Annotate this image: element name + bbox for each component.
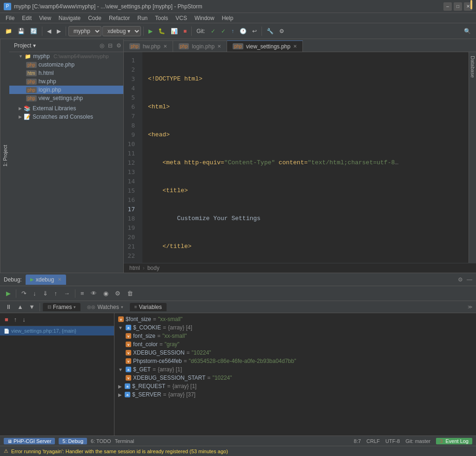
status-server[interactable]: 🖥 PHP-CGI Server <box>4 438 55 444</box>
toolbar-search-button[interactable]: 🔍 <box>462 25 473 37</box>
debug-trash[interactable]: 🗑 <box>125 288 135 298</box>
tab-hwphp[interactable]: php hw.php ✕ <box>124 40 173 52</box>
debug-stop-btn[interactable]: ■ <box>3 315 10 324</box>
tab-viewsettings-close[interactable]: ✕ <box>293 44 297 49</box>
var-request[interactable]: ▶ a $_REQUEST = {array} [1] <box>114 382 476 390</box>
status-terminal[interactable]: Terminal <box>115 438 134 444</box>
debug-up-btn[interactable]: ▲ <box>15 302 25 311</box>
debug-pause-btn[interactable]: ⏸ <box>4 302 13 311</box>
var-cookie-xdebug[interactable]: v XDEBUG_SESSION = "10224" <box>114 349 476 357</box>
toolbar-xdebug-select[interactable]: xdebug ▾ <box>102 26 141 36</box>
code-content[interactable]: <!DOCTYPE html> <html> <head> <meta http… <box>142 52 469 263</box>
tab-hwphp-close[interactable]: ✕ <box>163 44 167 49</box>
debug-tab-close[interactable]: ✕ <box>58 277 61 282</box>
toolbar-run-button[interactable]: ▶ <box>146 25 155 37</box>
tab-loginphp[interactable]: php login.php ✕ <box>173 40 227 52</box>
debug-settings[interactable]: ⚙ <box>113 288 123 298</box>
toolbar-sync-button[interactable]: 🔄 <box>28 25 40 37</box>
tree-hwphp-label: hw.php <box>39 78 56 85</box>
debug-run-cursor[interactable]: → <box>61 288 72 298</box>
tree-locate-icon[interactable]: ◎ <box>98 40 106 51</box>
var-get[interactable]: ▼ a $_GET = {array} [1] <box>114 365 476 374</box>
menu-vcs[interactable]: VCS <box>172 14 191 22</box>
toolbar-settings-button[interactable]: ⚙ <box>277 25 287 37</box>
debug-step-into[interactable]: ↓ <box>31 288 39 298</box>
menu-tools[interactable]: Tools <box>151 14 172 22</box>
debug-step-out[interactable]: ↑ <box>52 288 60 298</box>
frame-item-main[interactable]: 📄 view_settings.php:17, {main} <box>0 326 114 335</box>
tab-viewsettings[interactable]: php view_settings.php ✕ <box>227 40 303 52</box>
subtab-frames-label: Frames <box>53 304 72 310</box>
menu-refactor[interactable]: Refactor <box>105 14 134 22</box>
subtab-variables[interactable]: ≡ Variables <box>130 303 167 311</box>
debug-watch[interactable]: 👁 <box>88 288 99 298</box>
debug-evaluate[interactable]: ≡ <box>78 288 87 298</box>
debug-minimize-icon[interactable]: — <box>467 276 472 283</box>
tree-customize[interactable]: php customize.php <box>9 60 123 69</box>
toolbar-save-button[interactable]: 💾 <box>15 25 27 37</box>
project-side-label[interactable]: 1: Project <box>0 39 9 273</box>
var-server[interactable]: ▶ a $_SERVER = {array} [37] <box>114 390 476 399</box>
tree-hwphp[interactable]: php hw.php <box>9 77 123 86</box>
toolbar-wrench-button[interactable]: 🔧 <box>264 25 276 37</box>
debug-run-btn[interactable]: ▶ <box>4 288 13 298</box>
toolbar-forward-button[interactable]: ▶ <box>54 25 63 37</box>
breadcrumb-html[interactable]: html <box>129 265 140 271</box>
var-cookie[interactable]: ▼ a $_COOKIE = {array} [4] <box>114 323 476 332</box>
toolbar-debug-button[interactable]: 🐛 <box>156 25 168 37</box>
menu-navigate[interactable]: Navigate <box>55 14 84 22</box>
menu-view[interactable]: View <box>35 14 55 22</box>
var-cookie-phpstorm[interactable]: v Phpstorm-ce564feb = "d6354528-c86e-46f… <box>114 357 476 365</box>
maximize-button[interactable]: □ <box>454 2 462 11</box>
debug-step-over[interactable]: ↷ <box>19 288 29 298</box>
toolbar-stop-button[interactable]: ■ <box>181 25 189 37</box>
tree-root[interactable]: ▼ 📁 myphp C:\wamp64\www\myphp <box>9 52 123 60</box>
subtab-frames[interactable]: ⊟ Frames ▾ <box>43 303 81 311</box>
debug-step-into-my[interactable]: ⇓ <box>40 288 50 298</box>
var-font-size[interactable]: v $font_size = "xx-small" <box>114 315 476 323</box>
debug-gear-icon[interactable]: ⚙ <box>458 276 463 283</box>
toolbar-git-check2[interactable]: ✓ <box>219 25 228 37</box>
database-label[interactable]: Database <box>469 52 476 81</box>
subtab-more[interactable]: ≫ <box>468 304 472 309</box>
debug-frame-up[interactable]: ↑ <box>12 315 19 324</box>
debug-panel: Debug: ▶ xdebug ✕ ⚙ — ▶ ↷ ↓ ⇓ ↑ → ≡ 👁 ◉ … <box>0 273 476 436</box>
minimize-button[interactable]: – <box>443 2 452 11</box>
debug-tab-xdebug[interactable]: ▶ xdebug ✕ <box>26 275 66 285</box>
toolbar-coverage-button[interactable]: 📊 <box>168 25 180 37</box>
toolbar-git-history[interactable]: 🕐 <box>237 25 249 37</box>
toolbar-open-button[interactable]: 📁 <box>3 25 14 37</box>
tree-scratches[interactable]: ▶ 📝 Scratches and Consoles <box>9 113 123 121</box>
tree-viewsettings[interactable]: php view_settings.php <box>9 94 123 102</box>
var-cookie-fontcolor[interactable]: v font_color = "gray" <box>114 340 476 349</box>
toolbar-project-select[interactable]: myphp <box>68 26 101 36</box>
menu-edit[interactable]: Edit <box>18 14 35 22</box>
debug-down-btn[interactable]: ▼ <box>27 302 37 311</box>
menu-run[interactable]: Run <box>134 14 151 22</box>
subtab-watches[interactable]: ◎◎ Watches ▾ <box>82 303 127 311</box>
toolbar-back-button[interactable]: ◀ <box>45 25 54 37</box>
menu-file[interactable]: File <box>2 14 18 22</box>
toolbar-git-revert[interactable]: ↩ <box>250 25 259 37</box>
tree-loginphp[interactable]: php login.php <box>9 86 123 94</box>
var-get-xdebug[interactable]: v XDEBUG_SESSION_START = "10224" <box>114 374 476 382</box>
debug-frame-down[interactable]: ↓ <box>20 315 27 324</box>
breadcrumb-body[interactable]: body <box>147 265 160 271</box>
status-todo[interactable]: 6: TODO <box>91 438 111 444</box>
var-cookie-fontsize[interactable]: v font_size = "xx-small" <box>114 332 476 340</box>
status-event-log[interactable]: 3 Event Log <box>436 438 472 444</box>
tree-extlibs[interactable]: ▶ 📚 External Libraries <box>9 104 123 113</box>
code-editor[interactable]: 1 2 3 4 5 6 7 8 9 10 11 12 13 14 <box>124 52 469 263</box>
tree-gear-icon[interactable]: ⚙ <box>114 40 123 51</box>
debug-stack[interactable]: ◉ <box>101 288 111 298</box>
status-debug[interactable]: 5: Debug <box>59 438 87 444</box>
tree-hhtml[interactable]: htm h.html <box>9 69 123 77</box>
toolbar-git-check[interactable]: ✓ <box>208 25 218 37</box>
tab-loginphp-close[interactable]: ✕ <box>217 44 221 49</box>
toolbar-git-push[interactable]: ↑ <box>229 25 236 37</box>
menu-window[interactable]: Window <box>191 14 218 22</box>
tree-collapse-icon[interactable]: ⊟ <box>106 40 114 51</box>
menu-help[interactable]: Help <box>218 14 237 22</box>
project-tab[interactable]: Project ▾ <box>9 40 40 51</box>
menu-code[interactable]: Code <box>84 14 105 22</box>
